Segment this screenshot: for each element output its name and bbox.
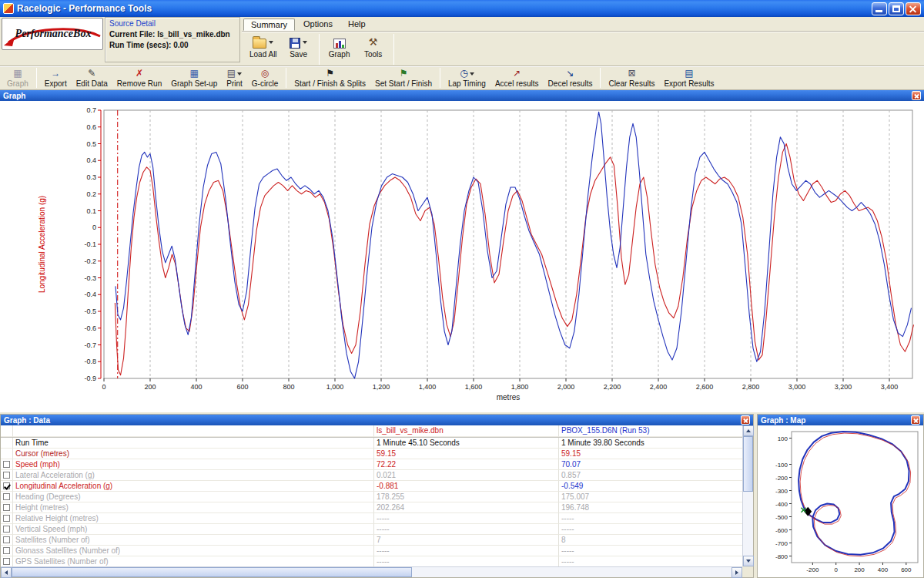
start-finish-flag-icon: ⚑ bbox=[326, 69, 334, 79]
table-row-gps-satellites-number-of[interactable]: GPS Satellites (Number of)---------- bbox=[1, 556, 742, 566]
toolbar-button-graph[interactable]: Graph bbox=[323, 33, 357, 60]
dropdown-arrow-icon[interactable] bbox=[303, 41, 307, 44]
graph-panel-close-button[interactable] bbox=[912, 91, 921, 100]
scroll-down-button[interactable] bbox=[743, 556, 754, 566]
table-row-relative-height-metres[interactable]: Relative Height (metres)---------- bbox=[1, 513, 742, 524]
toolbar-button-tools[interactable]: ⚒Tools bbox=[357, 33, 390, 60]
row-checkbox[interactable] bbox=[3, 472, 10, 479]
ribbon-button-export[interactable]: →Export bbox=[40, 66, 72, 89]
map-panel-titlebar: Graph : Map bbox=[758, 415, 923, 425]
ribbon-button-edit-data[interactable]: ✎Edit Data bbox=[72, 66, 112, 89]
top-toolbar: Load AllSaveGraph⚒Tools bbox=[242, 31, 924, 66]
ribbon-button-label: Accel results bbox=[495, 79, 539, 88]
minimize-button[interactable] bbox=[872, 2, 887, 15]
row-checkbox[interactable] bbox=[3, 526, 10, 533]
data-panel-close-button[interactable] bbox=[741, 415, 750, 425]
parameter-name: Lateral Acceleration (g) bbox=[13, 470, 374, 481]
row-checkbox[interactable] bbox=[3, 536, 10, 543]
svg-text:3,200: 3,200 bbox=[835, 383, 852, 391]
dropdown-arrow-icon[interactable] bbox=[237, 72, 242, 76]
toolbar-button-save[interactable]: Save bbox=[282, 33, 316, 60]
table-row-heading-degrees[interactable]: Heading (Degrees)178.255175.007 bbox=[1, 492, 742, 502]
graph-panel: Graph 02004006008001,0001,2001,4001,6001… bbox=[0, 90, 924, 413]
ribbon-button-decel-results[interactable]: ↘Decel results bbox=[544, 66, 598, 89]
menu-help[interactable]: Help bbox=[341, 18, 373, 31]
menu-summary[interactable]: Summary bbox=[243, 18, 295, 31]
toolbar-button-load-all[interactable]: Load All bbox=[245, 33, 282, 60]
checkbox-cell bbox=[1, 546, 13, 556]
ribbon-button-clear-results[interactable]: ⊠Clear Results bbox=[604, 66, 659, 89]
menu-options[interactable]: Options bbox=[296, 18, 340, 31]
graph-body: 02004006008001,0001,2001,4001,6001,8002,… bbox=[0, 101, 924, 412]
ribbon-separator bbox=[36, 68, 37, 88]
vertical-scroll-thumb[interactable] bbox=[743, 436, 753, 492]
row-checkbox[interactable] bbox=[3, 461, 10, 468]
ribbon-button-lap-timing[interactable]: ◷Lap Timing bbox=[444, 66, 490, 89]
table-row-cursor-metres[interactable]: Cursor (metres)59.1559.15 bbox=[1, 449, 742, 459]
table-row-height-metres[interactable]: Height (metres)202.264196.748 bbox=[1, 502, 742, 513]
svg-text:-0.7: -0.7 bbox=[84, 341, 96, 349]
parameter-value: 8 bbox=[559, 535, 742, 546]
ribbon-button-label: Decel results bbox=[548, 79, 593, 88]
ribbon-button-set-start-finish[interactable]: ⚑Set Start / Finish bbox=[370, 66, 437, 89]
arrow-down-icon bbox=[746, 560, 751, 563]
dropdown-arrow-icon[interactable] bbox=[470, 72, 474, 76]
scroll-right-button[interactable] bbox=[732, 567, 742, 578]
scroll-up-button[interactable] bbox=[743, 425, 754, 436]
ribbon-button-start-finish-splits[interactable]: ⚑Start / Finish & Splits bbox=[290, 66, 370, 89]
svg-text:0.7: 0.7 bbox=[86, 106, 96, 114]
ribbon-button-label: Remove Run bbox=[117, 79, 162, 88]
svg-text:0.6: 0.6 bbox=[86, 123, 96, 131]
toolbar-separator bbox=[319, 34, 320, 65]
svg-text:200: 200 bbox=[144, 383, 156, 391]
row-checkbox[interactable] bbox=[3, 547, 10, 554]
checkbox-cell bbox=[1, 438, 13, 449]
table-row-longitudinal-acceleration-g[interactable]: Longitudinal Acceleration (g)-0.881-0.54… bbox=[1, 481, 742, 492]
ribbon-button-label: Edit Data bbox=[76, 79, 108, 88]
arrow-up-icon bbox=[746, 429, 751, 432]
row-checkbox[interactable] bbox=[3, 493, 10, 500]
map-panel-title: Graph : Map bbox=[761, 416, 805, 425]
track-map-chart[interactable]: 100-100-200-300-400-500-600-700-800-2000… bbox=[758, 425, 923, 577]
acceleration-chart[interactable]: 02004006008001,0001,2001,4001,6001,8002,… bbox=[0, 101, 924, 412]
data-table-horizontal-scrollbar[interactable] bbox=[1, 566, 742, 577]
svg-text:0: 0 bbox=[92, 223, 96, 231]
ribbon-button-graph-set-up[interactable]: ▦Graph Set-up bbox=[166, 66, 222, 89]
checkbox-cell bbox=[1, 459, 13, 470]
table-row-glonass-satellites-number-of[interactable]: Glonass Satellites (Number of)---------- bbox=[1, 546, 742, 556]
row-checkbox[interactable] bbox=[3, 515, 10, 522]
scroll-left-button[interactable] bbox=[1, 567, 12, 578]
checkbox-cell bbox=[1, 449, 13, 459]
svg-text:0.5: 0.5 bbox=[86, 140, 96, 148]
ribbon-button-print[interactable]: ▤Print bbox=[222, 66, 247, 89]
map-panel-close-button[interactable] bbox=[911, 415, 920, 425]
edit-icon: ✎ bbox=[88, 69, 95, 79]
row-checkbox[interactable] bbox=[3, 558, 10, 565]
row-checkbox[interactable] bbox=[3, 504, 10, 511]
ribbon-button-export-results[interactable]: ▤Export Results bbox=[659, 66, 718, 89]
ribbon-button-g-circle[interactable]: ◎G-circle bbox=[247, 66, 283, 89]
table-row-speed-mph[interactable]: Speed (mph)72.2270.07 bbox=[1, 459, 742, 470]
remove-icon: ✗ bbox=[136, 69, 143, 79]
app-icon bbox=[3, 3, 14, 14]
horizontal-scroll-thumb[interactable] bbox=[12, 567, 412, 577]
dropdown-arrow-icon[interactable] bbox=[269, 41, 273, 44]
set-start-flag-icon: ⚑ bbox=[400, 69, 408, 79]
menubar: SummaryOptionsHelp bbox=[242, 17, 924, 31]
toolbar-button-label: Graph bbox=[329, 50, 350, 59]
open-folder-icon bbox=[253, 39, 266, 49]
run-time-line: Run Time (secs): 0.00 bbox=[109, 41, 236, 49]
table-row-run-time[interactable]: Run Time1 Minute 45.10 Seconds1 Minute 3… bbox=[1, 438, 742, 449]
table-row-vertical-speed-mph[interactable]: Vertical Speed (mph)---------- bbox=[1, 524, 742, 535]
ribbon-button-remove-run[interactable]: ✗Remove Run bbox=[112, 66, 166, 89]
data-table-vertical-scrollbar[interactable] bbox=[742, 425, 753, 566]
table-row-satellites-number-of[interactable]: Satellites (Number of)78 bbox=[1, 535, 742, 546]
svg-text:1,400: 1,400 bbox=[419, 383, 437, 391]
checkbox-cell bbox=[1, 481, 13, 492]
ribbon-button-accel-results[interactable]: ↗Accel results bbox=[490, 66, 544, 89]
table-row-lateral-acceleration-g[interactable]: Lateral Acceleration (g)0.0210.857 bbox=[1, 470, 742, 481]
close-button[interactable] bbox=[906, 2, 921, 15]
maximize-button[interactable] bbox=[889, 2, 904, 15]
arrow-left-icon bbox=[5, 570, 8, 575]
row-checkbox[interactable] bbox=[3, 482, 10, 489]
